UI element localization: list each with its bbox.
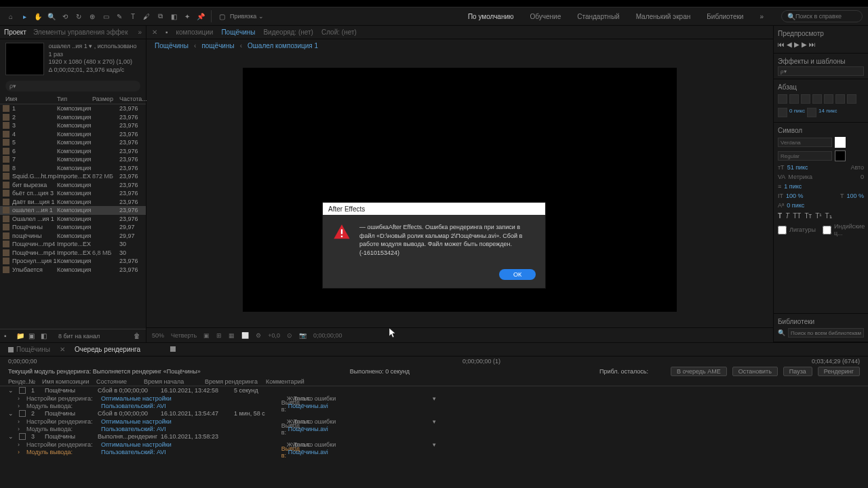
effects-search-input[interactable]	[778, 66, 864, 76]
baseline-value[interactable]: 0 пикс	[787, 202, 804, 209]
rotate-tool-icon[interactable]: ↻	[73, 11, 84, 22]
home-icon[interactable]: ⌂	[5, 11, 16, 22]
effect-controls-tab[interactable]: Элементы управления эффек	[33, 28, 128, 36]
workspace-tab-libraries[interactable]: Библиотеки	[705, 10, 745, 23]
panel-menu-icon[interactable]: »	[138, 28, 142, 36]
vc-icon-7[interactable]: 📷	[299, 332, 307, 339]
project-column-headers[interactable]: Имя Тип Размер Частота...	[0, 94, 146, 104]
align-center-icon[interactable]	[789, 94, 799, 104]
project-item[interactable]: УлыбаетсяКомпозиция23,976	[0, 266, 146, 274]
workspace-tab-more[interactable]: »	[758, 10, 765, 23]
preview-panel-title[interactable]: Предпросмотр	[778, 28, 864, 39]
queue-item-row[interactable]: ⌄ 2 Пощёчины Сбой в 0;00;00;00 16.10.202…	[5, 409, 863, 418]
caps-button[interactable]: TT	[793, 212, 801, 220]
bold-button[interactable]: T	[778, 212, 782, 220]
workspace-tab-learn[interactable]: Обучение	[529, 10, 563, 23]
project-item[interactable]: 8Композиция23,976	[0, 164, 146, 173]
hscale-value[interactable]: 100 %	[846, 192, 864, 199]
render-settings-row[interactable]: ›Настройки рендеринга:Оптимальные настро…	[5, 418, 863, 425]
brush-tool-icon[interactable]: 🖌	[141, 11, 152, 22]
timeline-tab[interactable]: Пощёчины	[8, 346, 50, 353]
fill-color-swatch[interactable]	[835, 137, 846, 148]
stop-button[interactable]: Остановить	[732, 367, 778, 376]
project-search-input[interactable]	[5, 81, 140, 92]
vc-icon-1[interactable]: ▣	[203, 332, 210, 339]
workspace-tab-standard[interactable]: Стандартный	[576, 10, 620, 23]
vc-icon-2[interactable]: ⊞	[216, 332, 222, 339]
superscript-button[interactable]: T¹	[815, 212, 821, 220]
interpret-icon[interactable]: ▪	[4, 332, 12, 340]
roto-tool-icon[interactable]: ✦	[182, 11, 193, 22]
subscript-button[interactable]: T₁	[825, 212, 832, 220]
justify-right-icon[interactable]	[835, 94, 845, 104]
font-size-value[interactable]: 51 пикс	[787, 164, 808, 171]
project-item[interactable]: Squid.G....ht.mp4Importe...EX872 МБ23,97…	[0, 172, 146, 181]
eraser-tool-icon[interactable]: ◧	[168, 11, 179, 22]
prev-frame-icon[interactable]: ◀	[787, 41, 792, 48]
anchor-tool-icon[interactable]: ⊕	[87, 11, 98, 22]
justify-all-icon[interactable]	[847, 94, 856, 104]
output-module-row[interactable]: ›Модуль вывода:Пользовательский: AVIВыво…	[5, 425, 863, 432]
justify-center-icon[interactable]	[824, 94, 833, 104]
snap-icon[interactable]: ▢	[216, 11, 227, 22]
render-button[interactable]: Рендеринг	[818, 367, 860, 376]
project-tab[interactable]: Проект	[4, 28, 26, 36]
library-panel-title[interactable]: Библиотеки	[778, 317, 864, 327]
font-weight-input[interactable]	[778, 151, 832, 161]
vscale-value[interactable]: 100 %	[786, 192, 804, 199]
project-item[interactable]: Проснул...ция 1Композиция23,976	[0, 257, 146, 266]
exposure-value[interactable]: +0,0	[268, 332, 280, 339]
pause-button[interactable]: Пауза	[783, 367, 812, 376]
help-search[interactable]: 🔍	[781, 10, 863, 22]
queue-ame-button[interactable]: В очередь AME	[671, 367, 727, 376]
project-item[interactable]: Ошалел ...ия 1Композиция23,976	[0, 215, 146, 224]
breadcrumb-2[interactable]: пощёчины	[201, 42, 234, 49]
bit-depth-label[interactable]: 8 бит на канал	[58, 333, 100, 340]
queue-item-row[interactable]: ⌄ 1 Пощёчины Сбой в 0;00;00;00 16.10.202…	[5, 386, 863, 394]
indent-icon-2[interactable]	[807, 108, 816, 117]
vc-icon-5[interactable]: ⚙	[256, 332, 261, 339]
zoom-tool-icon[interactable]: 🔍	[46, 11, 57, 22]
project-item[interactable]: 6Композиция23,976	[0, 147, 146, 156]
kerning-value[interactable]: Метрика	[788, 174, 812, 180]
hand-tool-icon[interactable]: ✋	[33, 11, 43, 22]
adjust-icon[interactable]: ◧	[41, 332, 49, 340]
smallcaps-button[interactable]: Tт	[804, 212, 812, 220]
align-right-icon[interactable]	[801, 94, 810, 104]
project-item[interactable]: 2Композиция23,976	[0, 113, 146, 122]
project-item[interactable]: бьёт сп...ция 3Композиция23,976	[0, 189, 146, 198]
output-module-row[interactable]: ›Модуль вывода:Пользовательский: AVIВыво…	[5, 448, 863, 455]
puppet-tool-icon[interactable]: 📌	[195, 11, 206, 22]
text-tool-icon[interactable]: T	[127, 11, 138, 22]
align-left-icon[interactable]	[778, 94, 787, 104]
render-queue-tab[interactable]: Очередь рендеринга	[75, 346, 140, 353]
effects-panel-title[interactable]: Эффекты и шаблоны	[778, 56, 864, 66]
zoom-dropdown[interactable]: 50%	[152, 332, 164, 339]
italic-button[interactable]: T	[785, 212, 789, 220]
project-item[interactable]: пощёчиныКомпозиция29,97	[0, 232, 146, 241]
snap-label[interactable]: Привязка ⌄	[230, 13, 264, 20]
justify-left-icon[interactable]	[812, 94, 822, 104]
pen-tool-icon[interactable]: ✎	[114, 11, 125, 22]
render-settings-row[interactable]: ›Настройки рендеринга:Оптимальные настро…	[5, 441, 863, 448]
indent-icon-1[interactable]	[778, 108, 787, 117]
output-module-row[interactable]: ›Модуль вывода:Пользовательский: AVIВыво…	[5, 402, 863, 409]
comp-tab-active[interactable]: Пощёчины	[221, 28, 255, 36]
character-panel-title[interactable]: Символ	[778, 125, 864, 136]
comp-icon[interactable]: ▣	[28, 332, 37, 340]
project-item[interactable]: бит вырезкаКомпозиция23,976	[0, 181, 146, 190]
orbit-tool-icon[interactable]: ⟲	[60, 11, 71, 22]
selection-tool-icon[interactable]: ▸	[19, 11, 30, 22]
render-settings-row[interactable]: ›Настройки рендеринга:Оптимальные настро…	[5, 394, 863, 402]
project-item[interactable]: 3Композиция23,976	[0, 121, 146, 130]
quality-dropdown[interactable]: Четверть	[171, 332, 197, 339]
project-item[interactable]: Пощёчин...mp4Importe...EX6,8 МБ30	[0, 249, 146, 258]
project-list[interactable]: 1Композиция23,9762Композиция23,9763Компо…	[0, 104, 146, 329]
project-item[interactable]: Даёт ви...ция 1Композиция23,976	[0, 198, 146, 207]
project-item[interactable]: 5Композиция23,976	[0, 138, 146, 147]
vc-icon-6[interactable]: ⊙	[287, 332, 292, 339]
next-frame-icon[interactable]: ▶	[802, 41, 807, 48]
project-item[interactable]: ошалел ...ия 1Композиция23,976	[0, 206, 146, 215]
project-item[interactable]: 4Композиция23,976	[0, 130, 146, 139]
ok-button[interactable]: ОК	[499, 269, 536, 280]
